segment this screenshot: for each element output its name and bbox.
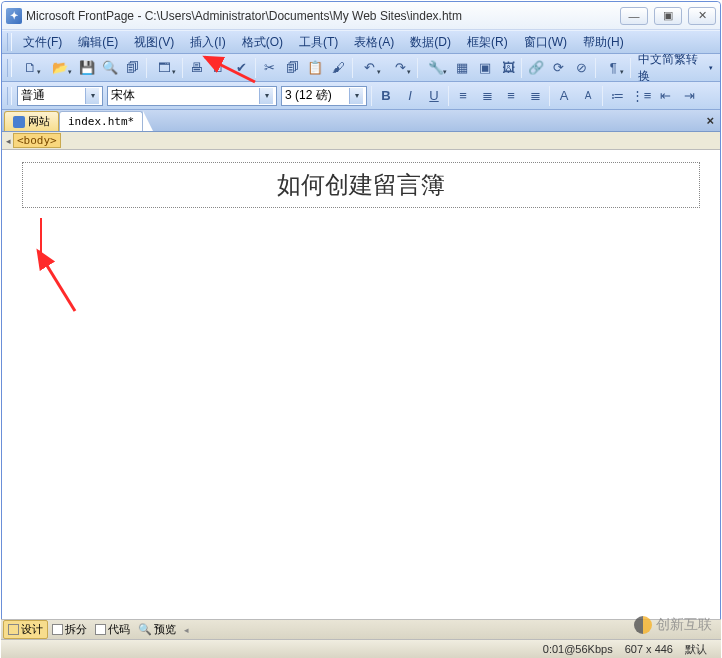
menu-edit[interactable]: 编辑(E) (70, 32, 126, 53)
undo-button[interactable]: ↶ (356, 57, 384, 79)
menu-bar: 文件(F) 编辑(E) 视图(V) 插入(I) 格式(O) 工具(T) 表格(A… (2, 30, 720, 54)
save-button[interactable]: 💾 (77, 57, 98, 79)
paste-button[interactable]: 📋 (305, 57, 326, 79)
tab-website-label: 网站 (28, 114, 50, 129)
align-right-button[interactable]: ≡ (500, 85, 522, 107)
redo-button[interactable]: ↷ (386, 57, 414, 79)
menu-window[interactable]: 窗口(W) (516, 32, 575, 53)
chinese-convert-label: 中文简繁转换 (638, 54, 706, 82)
tab-file-label: index.htm* (68, 115, 134, 128)
copy-button[interactable]: 🗐 (282, 57, 303, 79)
view-split-label: 拆分 (65, 622, 87, 637)
menu-data[interactable]: 数据(D) (402, 32, 459, 53)
font-value: 宋体 (111, 87, 135, 104)
preview-button[interactable]: 🗔 (150, 57, 178, 79)
close-button[interactable]: ✕ (688, 7, 716, 25)
grip-icon[interactable] (7, 33, 12, 51)
tag-body[interactable]: <body> (13, 133, 61, 148)
app-icon: ✦ (6, 8, 22, 24)
picture-button[interactable]: 🖼 (498, 57, 519, 79)
search-button[interactable]: 🔍 (100, 57, 121, 79)
view-code[interactable]: 代码 (91, 621, 134, 638)
increase-font-button[interactable]: A (553, 85, 575, 107)
stop-button[interactable]: ⊘ (571, 57, 592, 79)
size-value: 3 (12 磅) (285, 87, 332, 104)
format-painter-button[interactable]: 🖌 (328, 57, 349, 79)
style-value: 普通 (21, 87, 45, 104)
globe-icon (13, 116, 25, 128)
style-combo[interactable]: 普通▾ (17, 86, 103, 106)
view-split[interactable]: 拆分 (48, 621, 91, 638)
align-left-button[interactable]: ≡ (452, 85, 474, 107)
view-preview-label: 预览 (154, 622, 176, 637)
menu-view[interactable]: 视图(V) (126, 32, 182, 53)
design-icon (8, 624, 19, 635)
italic-button[interactable]: I (399, 85, 421, 107)
status-bar: 0:01@56Kbps 607 x 446 默认 (1, 639, 721, 658)
view-design[interactable]: 设计 (3, 620, 48, 639)
grip-icon[interactable] (7, 87, 12, 105)
standard-toolbar: 🗋 📂 💾 🔍 🗐 🗔 🖶 🗋 ✔ ✂ 🗐 📋 🖌 ↶ ↷ 🔧 ▦ ▣ 🖼 🔗 … (2, 54, 720, 82)
new-button[interactable]: 🗋 (16, 57, 44, 79)
menu-table[interactable]: 表格(A) (346, 32, 402, 53)
menu-help[interactable]: 帮助(H) (575, 32, 632, 53)
view-design-label: 设计 (21, 622, 43, 637)
preview-icon: 🔍 (138, 623, 152, 636)
code-icon (95, 624, 106, 635)
menu-format[interactable]: 格式(O) (234, 32, 291, 53)
indent-button[interactable]: ⇥ (678, 85, 700, 107)
publish-button[interactable]: 🗐 (122, 57, 143, 79)
tab-file[interactable]: index.htm* (59, 111, 143, 131)
refresh-button[interactable]: ⟳ (548, 57, 569, 79)
size-combo[interactable]: 3 (12 磅)▾ (281, 86, 367, 106)
hyperlink-button[interactable]: 🔗 (525, 57, 546, 79)
minimize-button[interactable]: — (620, 7, 648, 25)
menu-frame[interactable]: 框架(R) (459, 32, 516, 53)
tab-website[interactable]: 网站 (4, 111, 59, 131)
layer-button[interactable]: ▣ (475, 57, 496, 79)
tag-selector-bar: ◂ <body> (2, 132, 720, 150)
spellcheck-button[interactable]: ✔ (231, 57, 252, 79)
status-speed: 0:01@56Kbps (543, 643, 613, 655)
decrease-font-button[interactable]: A (577, 85, 599, 107)
split-icon (52, 624, 63, 635)
heading-box[interactable]: 如何创建留言簿 (22, 162, 700, 208)
watermark-icon (634, 616, 652, 634)
grip-icon[interactable] (7, 59, 12, 77)
view-preview[interactable]: 🔍预览 (134, 621, 180, 638)
status-mode: 默认 (685, 642, 707, 657)
webcomponent-button[interactable]: 🔧 (421, 57, 449, 79)
maximize-button[interactable]: ▣ (654, 7, 682, 25)
document-tabs: 网站 index.htm* × (2, 110, 720, 132)
font-combo[interactable]: 宋体▾ (107, 86, 277, 106)
numbered-list-button[interactable]: ≔ (606, 85, 628, 107)
tag-prev-icon[interactable]: ◂ (6, 136, 11, 146)
view-nav-icon[interactable]: ◂ (184, 625, 189, 635)
open-button[interactable]: 📂 (46, 57, 74, 79)
cut-button[interactable]: ✂ (259, 57, 280, 79)
outdent-button[interactable]: ⇤ (654, 85, 676, 107)
align-center-button[interactable]: ≣ (476, 85, 498, 107)
bullet-list-button[interactable]: ⋮≡ (630, 85, 652, 107)
close-tab-button[interactable]: × (706, 113, 714, 128)
menu-insert[interactable]: 插入(I) (182, 32, 233, 53)
design-editor[interactable]: 如何创建留言簿 (4, 150, 718, 618)
watermark: 创新互联 (634, 616, 712, 634)
chinese-convert-button[interactable]: 中文简繁转换 (633, 57, 718, 79)
view-code-label: 代码 (108, 622, 130, 637)
watermark-text: 创新互联 (656, 616, 712, 634)
show-button[interactable]: ¶ (599, 57, 627, 79)
bold-button[interactable]: B (375, 85, 397, 107)
menu-file[interactable]: 文件(F) (15, 32, 70, 53)
heading-text: 如何创建留言簿 (277, 171, 445, 198)
table-button[interactable]: ▦ (452, 57, 473, 79)
menu-tools[interactable]: 工具(T) (291, 32, 346, 53)
preview-print-button[interactable]: 🗋 (208, 57, 229, 79)
view-mode-bar: 设计 拆分 代码 🔍预览 ◂ (1, 619, 721, 639)
formatting-toolbar: 普通▾ 宋体▾ 3 (12 磅)▾ B I U ≡ ≣ ≡ ≣ A A ≔ ⋮≡… (2, 82, 720, 110)
justify-button[interactable]: ≣ (524, 85, 546, 107)
cursor-annotation (40, 218, 42, 254)
status-dimensions: 607 x 446 (625, 643, 673, 655)
underline-button[interactable]: U (423, 85, 445, 107)
print-button[interactable]: 🖶 (186, 57, 207, 79)
